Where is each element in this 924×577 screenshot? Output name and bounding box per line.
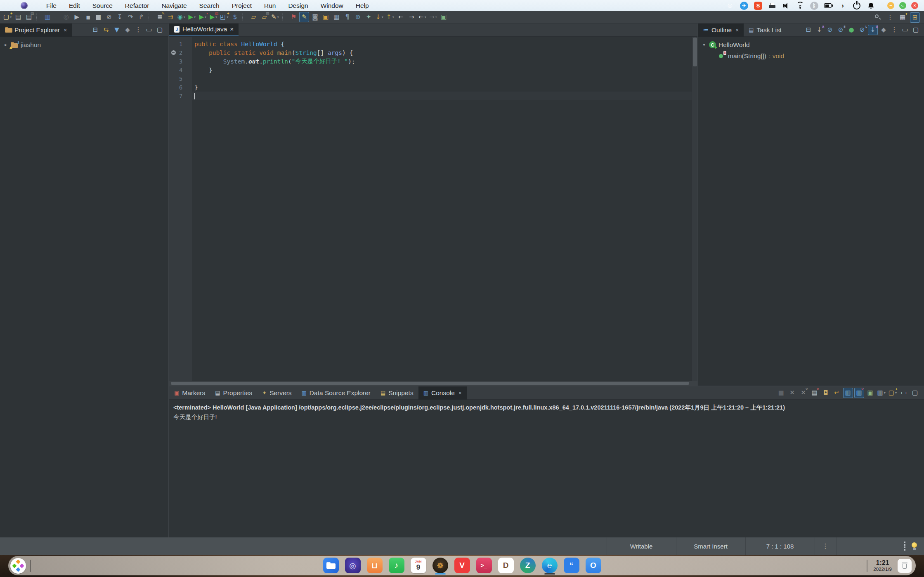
status-overflow-button[interactable]: ⋮ [815, 537, 836, 555]
suspend-button[interactable]: ▮▮ [83, 12, 92, 22]
toolbar-overflow-button[interactable]: ⋮ [885, 12, 895, 23]
minimize-button[interactable]: ▭ [144, 25, 154, 35]
project-explorer-tree[interactable]: ▸Jjiashun [0, 37, 168, 50]
power-icon[interactable] [853, 2, 861, 10]
open-perspective-button[interactable]: ▦+ [898, 12, 907, 23]
menu-window[interactable]: Window [314, 0, 350, 11]
display-console-button[interactable]: ▥▾ [877, 388, 886, 398]
notification-bell-icon[interactable] [867, 2, 875, 10]
office-icon[interactable]: O [586, 558, 601, 573]
tab-task-list[interactable]: ▤Task List [744, 24, 787, 37]
next-edit-location-button[interactable]: → [406, 12, 416, 22]
bluetooth-icon[interactable]: ᛒ [810, 2, 818, 10]
menu-edit[interactable]: Edit [63, 0, 86, 11]
messenger-bird-icon[interactable]: ✈ [740, 2, 748, 10]
word-wrap-button[interactable]: ↵ [832, 388, 842, 398]
volume-icon[interactable] [782, 2, 790, 10]
maximize-button[interactable]: ▢ [155, 25, 165, 35]
eclipse-jee-icon[interactable]: ☸ [432, 558, 448, 573]
disconnect-button[interactable]: ⊘ [104, 12, 114, 22]
minimize-button[interactable]: ▭ [899, 388, 909, 398]
link-with-editor-button[interactable]: ▣ [439, 12, 449, 22]
sort-active-button[interactable]: ↓a [868, 25, 878, 35]
coverage-button[interactable]: ◉▾ [176, 12, 186, 22]
battery-icon[interactable] [824, 2, 833, 10]
gs-wizard-button[interactable]: $ [230, 12, 240, 22]
tray-expand-icon[interactable]: › [839, 2, 847, 10]
close-icon[interactable]: × [230, 26, 234, 33]
link-with-editor-button[interactable]: ⇆ [101, 25, 111, 35]
menu-refactor[interactable]: Refactor [119, 0, 156, 11]
clear-console-button[interactable]: ▤✕ [810, 388, 820, 398]
save-button[interactable]: ▤ [13, 12, 23, 22]
close-icon[interactable]: × [458, 390, 462, 396]
editor-horizontal-scrollbar[interactable] [169, 381, 697, 386]
tips-lightbulb-icon[interactable] [911, 542, 917, 550]
expand-arrow-icon[interactable]: ▸ [3, 42, 8, 47]
tab-console[interactable]: ▥Console× [418, 386, 467, 400]
highlighter-button[interactable]: ✎ [299, 12, 309, 22]
paste-folder-button[interactable]: ▱▥ [259, 12, 269, 22]
tab-properties[interactable]: ▤Properties [210, 386, 257, 400]
menu-navigate[interactable]: Navigate [155, 0, 193, 11]
hide-fields-button[interactable]: ⊘ [825, 25, 835, 35]
scroll-lock-button[interactable]: ◘ [821, 388, 831, 398]
menu-project[interactable]: Project [226, 0, 258, 11]
forward-button[interactable]: →▾ [428, 12, 438, 22]
task-repositories-button[interactable]: ▥ [43, 12, 52, 22]
editor-vertical-scrollbar[interactable] [692, 37, 697, 381]
run-button[interactable]: ▶▾ [187, 12, 197, 22]
edge-icon[interactable]: ℮ [542, 558, 558, 573]
window-close-button[interactable]: × [911, 2, 918, 9]
resume-button[interactable]: ▶ [72, 12, 82, 22]
back-button[interactable]: ←▾ [417, 12, 427, 22]
open-web-browser-button[interactable]: ⊕ [353, 12, 363, 22]
minimize-button[interactable]: ▭ [900, 25, 910, 35]
collapse-all-button[interactable]: ⊟ [803, 25, 813, 35]
annotate-button[interactable]: ✎▾ [270, 12, 280, 22]
remove-all-launches-button[interactable]: ✕✕ [799, 388, 808, 398]
push-up-button[interactable]: ↑▾ [385, 12, 395, 22]
tree-item-jiashun[interactable]: ▸Jjiashun [0, 39, 168, 50]
utools-icon[interactable]: ☺ [726, 2, 734, 10]
control-center-icon[interactable]: ◎ [345, 558, 361, 573]
remove-launch-button[interactable]: ✕ [787, 388, 797, 398]
outline-tree[interactable]: ▾ C HelloWorld S main(String[]) : void [698, 37, 924, 61]
menu-run[interactable]: Run [258, 0, 282, 11]
hide-static-button[interactable]: ⊘s [836, 25, 846, 35]
collapse-all-button[interactable]: ⊟ [90, 25, 100, 35]
vivaldi-icon[interactable]: V [454, 558, 470, 573]
public-members-button[interactable]: ● [846, 25, 856, 35]
outline-method-row[interactable]: S main(String[]) : void [698, 50, 924, 61]
screenshot-button[interactable]: ◙ [310, 12, 320, 22]
terminal-icon[interactable]: >_ [476, 558, 492, 573]
app-store-icon[interactable]: ⊔ [367, 558, 383, 573]
new-button[interactable]: ▢+▾ [2, 12, 12, 22]
last-edit-location-button[interactable]: ← [396, 12, 406, 22]
wifi-icon[interactable] [796, 2, 804, 10]
step-over-button[interactable]: ↷ [125, 12, 135, 22]
launch-marker-icon[interactable] [171, 50, 176, 55]
trash-icon[interactable] [898, 559, 912, 573]
z-messenger-icon[interactable]: Z [520, 558, 536, 573]
show-stderr-button[interactable]: ▥✕ [854, 388, 864, 398]
dock-clock[interactable]: 1:21 2022/1/9 [873, 559, 892, 572]
profile-button[interactable]: ▶▤▾ [208, 12, 218, 22]
code-editor[interactable]: 1234567 public class HelloWorld { public… [169, 37, 697, 381]
open-console-button[interactable]: ▢+▾ [888, 388, 898, 398]
file-manager-icon[interactable] [323, 558, 339, 573]
step-into-button[interactable]: ↧ [115, 12, 125, 22]
view-menu-button[interactable]: ⋮ [133, 25, 143, 35]
printer-icon[interactable] [768, 2, 776, 10]
copy-qualified-name-button[interactable]: ▣ [321, 12, 331, 22]
close-icon[interactable]: × [735, 27, 739, 33]
dbeaver-icon[interactable]: D [498, 558, 514, 573]
external-tools-button[interactable]: ⇉ [165, 12, 175, 22]
jar-wizard-button[interactable]: ◰+▾ [219, 12, 229, 22]
additions-button[interactable]: ◆ [879, 25, 889, 35]
table-button[interactable]: ▦ [331, 12, 341, 22]
view-menu-button[interactable]: ⋮ [889, 25, 899, 35]
new-wizard-globe-button[interactable]: ✦ [364, 12, 373, 22]
open-resource-button[interactable]: ▱ [248, 12, 258, 22]
step-return-button[interactable]: ↱ [136, 12, 146, 22]
